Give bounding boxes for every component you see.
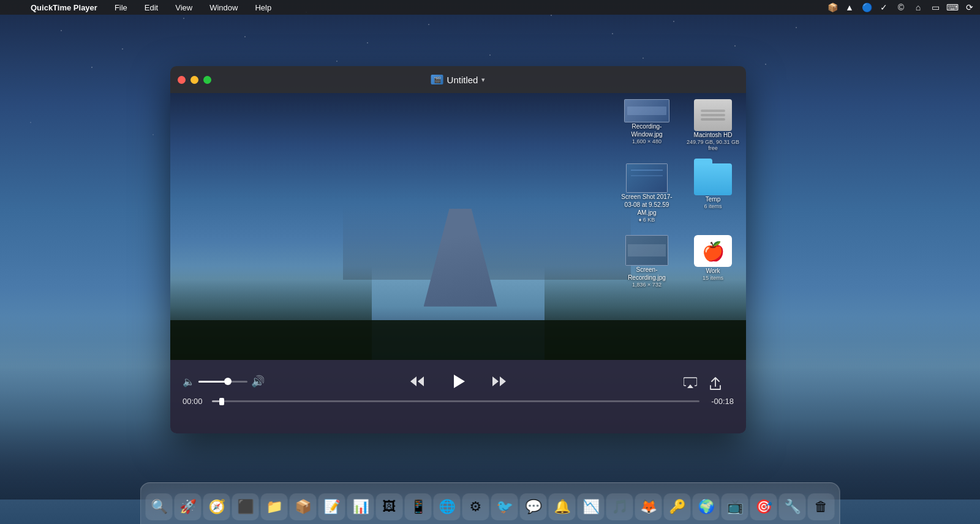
dock-item-chrome2[interactable]: 🌍 — [693, 493, 720, 520]
rewind-button[interactable] — [410, 376, 424, 386]
title-dropdown-arrow[interactable]: ▾ — [481, 76, 485, 84]
dock-item-firefox[interactable]: 🦊 — [635, 493, 662, 520]
dock-item-finder[interactable]: 🔍 — [146, 493, 173, 520]
window-menu[interactable]: Window — [206, 2, 241, 13]
transport-controls — [410, 369, 506, 394]
dock-item-settings[interactable]: ⚙ — [462, 493, 489, 520]
distant-mountains — [343, 173, 631, 280]
icon-sublabel-work: 15 items — [703, 275, 723, 281]
dock-item-app2[interactable]: 📱 — [405, 493, 432, 520]
dock-item-excel[interactable]: 📊 — [347, 493, 374, 520]
valley-floor — [170, 320, 746, 360]
dock-item-app4[interactable]: 📺 — [722, 493, 748, 520]
volume-low-icon[interactable]: 🔈 — [183, 376, 195, 387]
icon-sublabel-screen-rec: 1,836 × 732 — [632, 282, 662, 288]
airplay-menu-icon[interactable]: ▭ — [930, 2, 941, 13]
icon-row-1: Recording-Window.jpg 1,600 × 480 Macinto… — [605, 99, 740, 151]
close-button[interactable] — [178, 76, 186, 84]
dock-item-app1[interactable]: 📦 — [290, 493, 317, 520]
right-controls — [684, 377, 722, 394]
1password-icon[interactable]: 🔵 — [861, 2, 872, 13]
dock-item-photos[interactable]: 🖼 — [376, 493, 403, 520]
screen-recording-icon[interactable]: Screen-Recording.jpg 1,836 × 732 — [620, 235, 674, 288]
dock-item-launchpad[interactable]: 🚀 — [175, 493, 202, 520]
icon-sublabel-screenshot: ♦ 6 KB — [639, 217, 655, 223]
dock-item-chrome[interactable]: 🌐 — [434, 493, 461, 520]
icon-label-hdd: Macintosh HD — [694, 131, 733, 139]
dock-item-word[interactable]: 📝 — [318, 493, 345, 520]
dock: 🔍 🚀 🧭 ⬛ 📁 📦 📝 📊 🖼 📱 🌐 ⚙ 🐦 💬 🔔 📉 🎵 🦊 🔑 🌍 … — [140, 482, 840, 524]
play-triangle — [454, 375, 465, 388]
progress-thumb[interactable] — [219, 398, 224, 405]
macintosh-hd-icon[interactable]: Macintosh HD 249.79 GB, 90.31 GB free — [686, 99, 740, 151]
app-name-menu[interactable]: QuickTime Player — [27, 2, 101, 13]
volume-thumb[interactable] — [224, 378, 232, 385]
document-icon: 🎬 — [431, 75, 443, 84]
clipboard-icon[interactable]: © — [895, 2, 907, 13]
dock-item-messages[interactable]: 💬 — [520, 493, 547, 520]
apple-menu[interactable] — [5, 6, 12, 9]
temp-folder-icon[interactable]: Temp 6 items — [686, 163, 740, 223]
volume-fill — [198, 381, 228, 383]
share-button[interactable] — [709, 377, 722, 394]
maximize-button[interactable] — [203, 76, 211, 84]
work-folder-icon[interactable]: 🍎 Work 15 items — [686, 235, 740, 288]
dock-item-twitter[interactable]: 🐦 — [491, 493, 518, 520]
home-icon[interactable]: ⌂ — [913, 2, 924, 13]
controls-bar: 🔈 🔊 — [170, 360, 746, 433]
icon-label-work: Work — [706, 267, 720, 275]
dock-item-numbers[interactable]: 📉 — [578, 493, 605, 520]
forward-button[interactable] — [492, 376, 506, 386]
menu-bar-left: QuickTime Player File Edit View Window H… — [5, 2, 275, 13]
icon-row-3: Screen-Recording.jpg 1,836 × 732 🍎 Work … — [605, 235, 740, 288]
dock-item-trash[interactable]: 🗑 — [808, 493, 835, 520]
dock-item-finder2[interactable]: 📁 — [261, 493, 288, 520]
volume-section: 🔈 🔊 — [183, 375, 265, 388]
dock-item-music[interactable]: 🎵 — [606, 493, 633, 520]
progress-bar[interactable] — [212, 400, 699, 402]
dock-item-app5[interactable]: 🎯 — [750, 493, 777, 520]
dropbox-icon[interactable]: 📦 — [827, 2, 838, 13]
video-area[interactable]: Recording-Window.jpg 1,600 × 480 Macinto… — [170, 93, 746, 360]
view-menu[interactable]: View — [172, 2, 196, 13]
dock-item-terminal[interactable]: ⬛ — [232, 493, 259, 520]
rewind-tri-2 — [418, 376, 424, 386]
rewind-tri-1 — [410, 376, 417, 386]
hdd-preview — [694, 99, 732, 131]
desktop-icons-area: Recording-Window.jpg 1,600 × 480 Macinto… — [605, 99, 740, 300]
time-machine-icon[interactable]: ⟳ — [964, 2, 975, 13]
icon-sublabel-temp: 6 items — [704, 203, 722, 209]
forward-tri-2 — [500, 376, 506, 386]
checkmark-icon[interactable]: ✓ — [878, 2, 889, 13]
dock-item-1password[interactable]: 🔑 — [664, 493, 691, 520]
dock-item-app3[interactable]: 🔔 — [549, 493, 576, 520]
minimize-button[interactable] — [190, 76, 198, 84]
dock-item-app6[interactable]: 🔧 — [779, 493, 806, 520]
screenshot-preview-2 — [626, 163, 668, 193]
google-drive-icon[interactable]: ▲ — [844, 2, 855, 13]
controls-top-row: 🔈 🔊 — [183, 366, 734, 397]
forward-tri-1 — [492, 376, 499, 386]
file-menu[interactable]: File — [111, 2, 131, 13]
dock-item-safari[interactable]: 🧭 — [203, 493, 230, 520]
window-title-area: 🎬 Untitled ▾ — [431, 75, 486, 85]
keyboard-icon[interactable]: ⌨ — [947, 2, 958, 13]
window-title-text: Untitled — [447, 75, 478, 85]
edit-menu[interactable]: Edit — [141, 2, 162, 13]
traffic-lights — [178, 76, 211, 84]
icon-label-1: Recording-Window.jpg — [620, 122, 674, 138]
volume-slider[interactable] — [198, 381, 247, 383]
airplay-button[interactable] — [684, 377, 697, 394]
play-button[interactable] — [446, 369, 470, 394]
time-remaining: -00:18 — [706, 397, 734, 406]
volume-high-icon[interactable]: 🔊 — [251, 375, 265, 388]
quicktime-window: 🎬 Untitled ▾ — [170, 66, 746, 433]
title-bar: 🎬 Untitled ▾ — [170, 66, 746, 93]
icon-label-temp: Temp — [706, 195, 720, 203]
recording-window-icon[interactable]: Recording-Window.jpg 1,600 × 480 — [620, 99, 674, 151]
menu-bar: QuickTime Player File Edit View Window H… — [0, 0, 980, 15]
help-menu[interactable]: Help — [251, 2, 275, 13]
progress-row: 00:00 -00:18 — [183, 397, 734, 406]
icon-sublabel-1: 1,600 × 480 — [632, 138, 662, 144]
screenshot-icon[interactable]: Screen Shot 2017-03-08 at 9.52.59 AM.jpg… — [620, 163, 674, 223]
